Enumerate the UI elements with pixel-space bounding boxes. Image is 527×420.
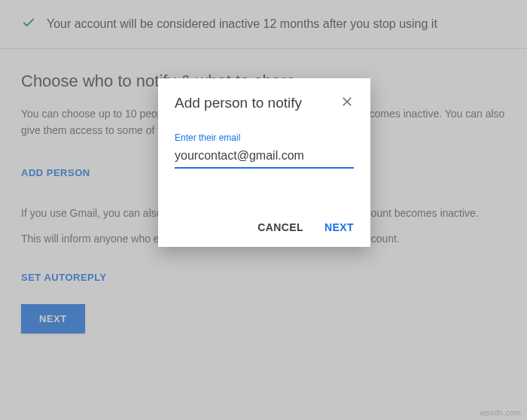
add-person-dialog: Add person to notify Enter their email C… bbox=[158, 78, 370, 247]
dialog-actions: CANCEL NEXT bbox=[175, 221, 354, 233]
dialog-title: Add person to notify bbox=[175, 95, 302, 111]
close-icon[interactable] bbox=[340, 95, 354, 111]
email-field[interactable] bbox=[175, 148, 354, 169]
watermark: wsxdn.com bbox=[480, 408, 521, 417]
dialog-header: Add person to notify bbox=[175, 95, 354, 111]
cancel-button[interactable]: CANCEL bbox=[257, 221, 303, 233]
email-field-label: Enter their email bbox=[175, 132, 354, 143]
dialog-next-button[interactable]: NEXT bbox=[324, 221, 354, 233]
